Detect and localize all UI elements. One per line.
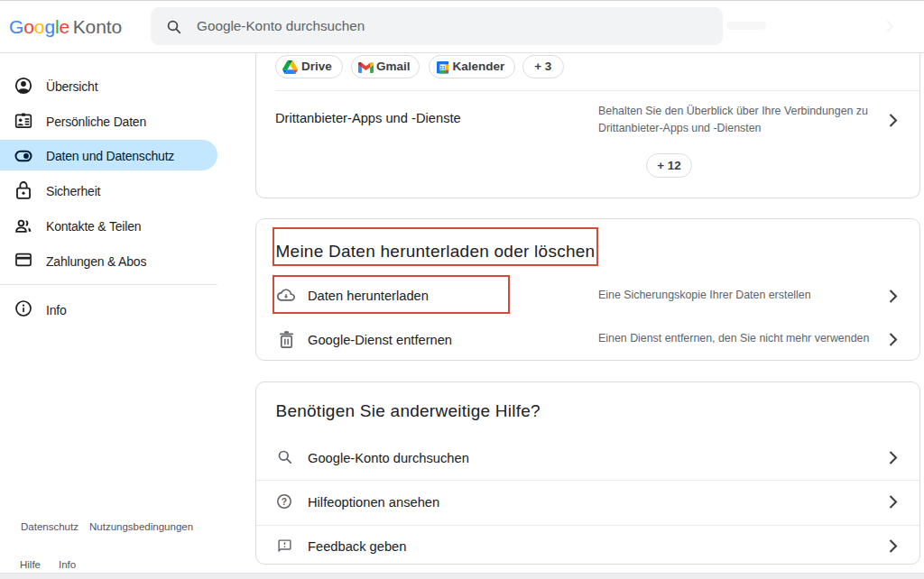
svg-text:?: ? bbox=[282, 497, 287, 507]
svg-text:31: 31 bbox=[439, 65, 445, 70]
